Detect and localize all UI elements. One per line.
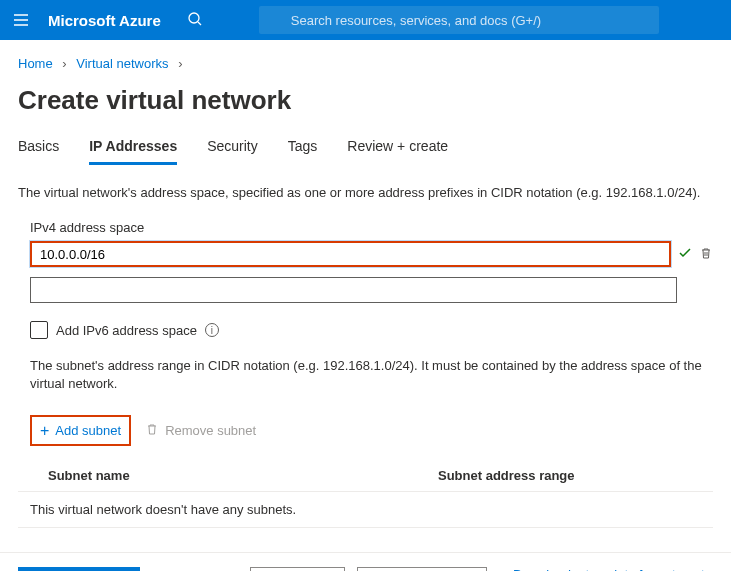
top-bar: Microsoft Azure [0, 0, 731, 40]
previous-button[interactable]: < Previous [250, 567, 346, 571]
breadcrumb-home[interactable]: Home [18, 56, 53, 71]
chevron-right-icon: › [62, 56, 66, 71]
search-input[interactable] [259, 6, 659, 34]
breadcrumb-vnets[interactable]: Virtual networks [76, 56, 168, 71]
ipv6-checkbox-label: Add IPv6 address space [56, 323, 197, 338]
svg-point-0 [189, 13, 199, 23]
checkmark-icon [677, 245, 693, 264]
download-template-link[interactable]: Download a template for automat [513, 567, 705, 571]
content-area: Home › Virtual networks › Create virtual… [0, 40, 731, 528]
add-subnet-label: Add subnet [55, 423, 121, 438]
tab-review[interactable]: Review + create [347, 138, 448, 165]
tab-ip-addresses[interactable]: IP Addresses [89, 138, 177, 165]
footer-bar: Review + create < Previous Next : Securi… [0, 552, 731, 571]
search-icon [187, 11, 203, 30]
ipv4-input-1[interactable] [30, 241, 671, 267]
ipv4-label: IPv4 address space [18, 220, 713, 235]
trash-icon[interactable] [699, 246, 713, 263]
empty-table-message: This virtual network doesn't have any su… [18, 491, 713, 528]
tab-security[interactable]: Security [207, 138, 258, 165]
ipv6-checkbox-row: Add IPv6 address space i [18, 321, 713, 339]
subnet-table-header: Subnet name Subnet address range [18, 460, 713, 491]
column-subnet-range: Subnet address range [438, 468, 701, 483]
review-create-button[interactable]: Review + create [18, 567, 140, 571]
search-wrap [179, 6, 659, 34]
ipv4-input-row-2 [18, 277, 713, 303]
info-icon[interactable]: i [205, 323, 219, 337]
column-subnet-name: Subnet name [48, 468, 438, 483]
hamburger-icon[interactable] [12, 11, 30, 29]
next-button[interactable]: Next : Security > [357, 567, 487, 571]
remove-subnet-button: Remove subnet [145, 422, 256, 439]
remove-subnet-label: Remove subnet [165, 423, 256, 438]
ip-description: The virtual network's address space, spe… [18, 184, 713, 202]
plus-icon: + [40, 424, 49, 438]
page-title: Create virtual network [18, 85, 713, 116]
subnet-actions: + Add subnet Remove subnet [30, 415, 713, 446]
subnet-description: The subnet's address range in CIDR notat… [18, 357, 713, 393]
chevron-right-icon: › [178, 56, 182, 71]
nav-buttons: < Previous Next : Security > Download a … [250, 567, 705, 571]
ipv4-input-2[interactable] [30, 277, 677, 303]
add-subnet-button[interactable]: + Add subnet [30, 415, 131, 446]
ipv6-checkbox[interactable] [30, 321, 48, 339]
breadcrumb: Home › Virtual networks › [18, 50, 713, 85]
tab-tags[interactable]: Tags [288, 138, 318, 165]
ipv4-input-row-1 [18, 241, 713, 267]
brand-label: Microsoft Azure [48, 12, 161, 29]
tab-bar: Basics IP Addresses Security Tags Review… [18, 138, 713, 166]
tab-basics[interactable]: Basics [18, 138, 59, 165]
trash-icon [145, 422, 159, 439]
